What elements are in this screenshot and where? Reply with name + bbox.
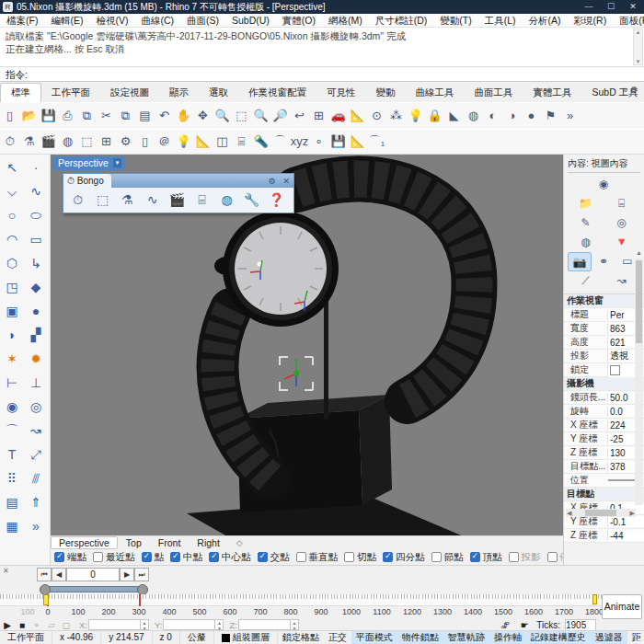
command-history[interactable]: 讀取檔案 "E:\Google 雲端硬碟\萬芳高中-2017-11-29-BON… [0, 28, 644, 66]
extrude-tool-icon[interactable]: ⇑ [25, 491, 47, 513]
status-toggle[interactable]: 正交 [324, 631, 351, 644]
display-icon[interactable]: ⌸ [604, 194, 639, 213]
shaded-sphere-icon[interactable]: ◐ [483, 106, 502, 126]
projector-icon[interactable]: ⌸ [232, 132, 251, 152]
zoom-target-icon[interactable]: 🔎 [270, 106, 290, 126]
split-tool-icon[interactable]: ⊥ [25, 372, 47, 394]
menu-item[interactable]: 變動(T) [433, 14, 477, 28]
command-history-scrollbar[interactable]: ▲ ▼ [633, 29, 643, 65]
current-frame-marker[interactable] [43, 594, 49, 605]
checkbox-icon[interactable] [170, 552, 180, 562]
bongo-stopwatch-icon[interactable]: ⏱ [66, 190, 89, 211]
trim-tool-icon[interactable]: ⊢ [1, 372, 23, 394]
object-keyframe-icon[interactable]: ◻ [59, 620, 74, 630]
bongo-render-icon[interactable]: ◍ [215, 190, 238, 211]
cylinder-tool-icon[interactable]: ◗ [1, 324, 23, 346]
fillet-tool-icon[interactable]: ⌒ [1, 420, 23, 442]
rotate-view-icon[interactable]: ✥ [193, 106, 213, 126]
record-keyframe-icon[interactable]: ⚬ [29, 620, 44, 630]
mirror-icon[interactable]: ◫ [213, 132, 232, 152]
cplane-move-icon[interactable]: 📐 [193, 132, 213, 152]
camera-tab-icon[interactable]: 📷 [568, 252, 592, 271]
scale-tool-icon[interactable]: ⤢ [25, 443, 47, 466]
save-icon[interactable]: 💾 [39, 106, 58, 126]
property-value[interactable]: -0.1 [607, 517, 644, 527]
toolbar-tab[interactable]: 選取 [199, 84, 238, 102]
scroll-down-icon[interactable]: ▼ [636, 59, 641, 64]
ellipse-tool-icon[interactable]: ⬭ [25, 204, 47, 226]
checkbox-icon[interactable] [209, 552, 219, 562]
open-file-icon[interactable]: 📂 [19, 106, 39, 126]
status-toggle[interactable]: 操作軸 [489, 631, 526, 644]
viewport-tab[interactable]: Front [150, 537, 190, 548]
spotlight-icon[interactable]: 🔦 [251, 132, 270, 152]
scroll-right-icon[interactable]: ▶ [630, 510, 635, 517]
menu-item[interactable]: 檔案(F) [0, 14, 44, 28]
menu-item[interactable]: 實體(O) [276, 14, 322, 28]
menu-item[interactable]: 尺寸標註(D) [369, 14, 434, 28]
maximize-button[interactable]: ☐ [600, 0, 622, 14]
paste-icon[interactable]: ▤ [135, 106, 155, 126]
perspective-viewport[interactable]: Perspective ▾ ⏱ Bongo ⚙ ✕ ⏱⬚⚗∿🎬⌸◍🔧❓ [51, 155, 563, 535]
panel-horizontal-scrollbar[interactable]: ◀ ▶ [566, 509, 636, 517]
boolean-union-tool-icon[interactable]: ◉ [1, 396, 23, 418]
spiral-icon[interactable]: ＠ [155, 132, 174, 152]
toolbar-tab[interactable]: 變動 [366, 84, 406, 102]
checkbox-icon[interactable] [470, 552, 480, 562]
light-icon[interactable]: 💡 [406, 106, 425, 126]
overflow-icon[interactable]: » [560, 106, 580, 126]
circle-tool-icon[interactable]: ○ [1, 204, 23, 226]
vehicle-icon[interactable]: 🚗 [328, 106, 348, 126]
viewport-tab[interactable]: ◇ [228, 538, 251, 547]
next-frame-button[interactable]: ▶ [120, 568, 134, 581]
osnap-toggle[interactable]: 端點 [54, 551, 86, 564]
sweep-tool-icon[interactable]: ▞ [25, 324, 47, 346]
array-tool-icon[interactable]: ⠿ [1, 467, 23, 489]
scroll-left-icon[interactable]: ◀ [567, 510, 571, 517]
spinner[interactable]: ▲▼ [140, 620, 148, 629]
undo-view-icon[interactable]: ↩ [290, 106, 309, 126]
lock-icon[interactable]: 🔒 [425, 106, 444, 126]
explode-tool-icon[interactable]: ✹ [25, 348, 47, 370]
rendered-sphere-icon[interactable]: ● [522, 106, 541, 126]
menu-item[interactable]: 工具(L) [478, 14, 523, 28]
curve-tool-icon[interactable]: ∿ [25, 180, 47, 202]
bongo-help-icon[interactable]: ❓ [265, 190, 288, 211]
prev-frame-button[interactable]: ◀ [52, 568, 66, 581]
osnap-toggle[interactable]: 節點 [431, 551, 464, 564]
object-properties-icon[interactable]: ◉ [568, 175, 639, 194]
osnap-toggle[interactable]: 切點 [344, 551, 376, 564]
viewport-tab[interactable]: Top [118, 537, 150, 548]
checkbox-icon[interactable] [509, 552, 519, 562]
timeline-range-slider[interactable] [44, 586, 144, 592]
status-toggle[interactable]: 智慧軌跡 [443, 631, 489, 644]
minimize-button[interactable]: — [578, 0, 600, 14]
toolbar-tab[interactable]: 可見性 [316, 84, 366, 102]
scroll-up-icon[interactable]: ▲ [635, 249, 643, 256]
panel-vertical-scrollbar[interactable]: ▲ [635, 259, 643, 505]
status-toggle[interactable]: 物件鎖點 [397, 631, 443, 644]
menu-item[interactable]: 彩現(R) [568, 14, 614, 28]
viewport-menu-dropdown-icon[interactable]: ▾ [113, 158, 122, 167]
solid-edit-tool-icon[interactable]: ▤ [1, 491, 23, 513]
spinner[interactable]: ▲▼ [290, 620, 298, 629]
bongo-close-icon[interactable]: ✕ [279, 177, 293, 186]
toolbar-tab[interactable]: 曲線工具 [406, 84, 465, 102]
axis-value-input[interactable]: ▲▼ [238, 619, 299, 630]
pointer-hand-icon[interactable]: ☛ [517, 620, 532, 630]
bongo-animation-icon[interactable]: 🎬 [39, 132, 58, 152]
material-pen-icon[interactable]: ✎ [568, 213, 604, 233]
osnap-toggle[interactable]: 中點 [170, 551, 202, 564]
bongo-preview-icon[interactable]: ⌸ [190, 190, 213, 211]
bongo-clapper-icon[interactable]: 🎬 [166, 190, 189, 211]
bongo-gear-icon[interactable]: ⚙ [264, 177, 279, 186]
menu-item[interactable]: 面板(P) [613, 14, 644, 28]
bongo-objects-icon[interactable]: ⬚ [91, 190, 114, 211]
checkbox-icon[interactable] [383, 552, 393, 562]
save-small-icon[interactable]: 💾 [328, 132, 348, 152]
menu-item[interactable]: 曲面(S) [180, 14, 225, 28]
osnap-toggle[interactable]: 四分點 [383, 551, 425, 564]
toolbar-tab[interactable]: 設定視圖 [100, 84, 159, 102]
toolbar-tab[interactable]: 作業視窗配置 [238, 84, 316, 102]
ticks-input[interactable]: 1905 [565, 619, 596, 631]
